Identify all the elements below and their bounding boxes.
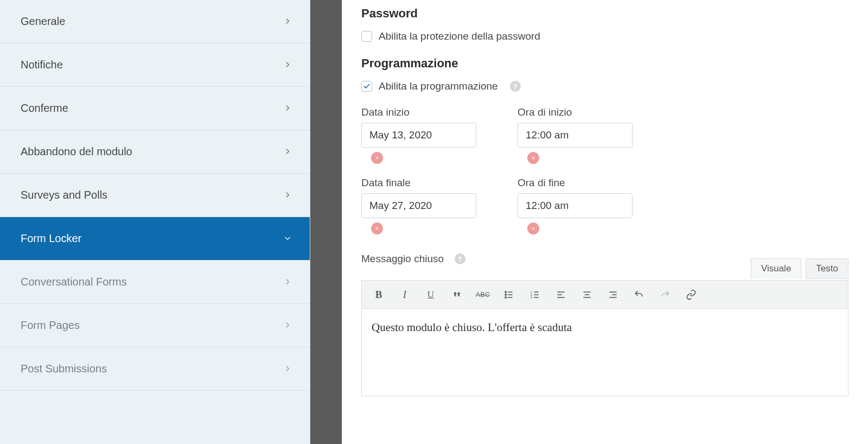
clear-start-time-button[interactable] xyxy=(527,152,539,164)
svg-text:3: 3 xyxy=(531,295,532,299)
chevron-right-icon xyxy=(284,15,291,28)
start-time-input[interactable] xyxy=(518,123,633,148)
sidebar-item-notifications[interactable]: Notifiche xyxy=(0,43,310,87)
chevron-right-icon xyxy=(284,319,291,332)
chevron-right-icon xyxy=(284,59,291,71)
sidebar-item-label: Abbandono del modulo xyxy=(21,145,132,158)
sidebar-item-label: Surveys and Polls xyxy=(21,189,107,201)
editor-tab-visual[interactable]: Visuale xyxy=(751,258,801,279)
enable-password-label: Abilita la protezione della password xyxy=(379,30,540,42)
clear-end-time-button[interactable] xyxy=(527,223,539,234)
editor-tab-text[interactable]: Testo xyxy=(806,258,848,279)
svg-point-0 xyxy=(505,291,507,293)
sidebar-item-label: Conferme xyxy=(21,102,68,115)
chevron-right-icon xyxy=(284,363,291,375)
sidebar-item-confirmations[interactable]: Conferme xyxy=(0,87,310,130)
end-time-label: Ora di fine xyxy=(518,177,674,189)
bold-button[interactable]: B xyxy=(372,288,386,302)
undo-button[interactable] xyxy=(632,288,646,302)
align-left-button[interactable] xyxy=(554,288,568,302)
enable-scheduling-row: Abilita la programmazione ? xyxy=(361,80,848,92)
sidebar-item-post-submissions[interactable]: Post Submissions xyxy=(0,347,310,391)
editor-toolbar: B I U ABC 123 xyxy=(362,281,848,309)
sidebar-gutter xyxy=(310,0,342,444)
help-icon[interactable]: ? xyxy=(510,81,521,92)
svg-point-2 xyxy=(505,296,507,298)
start-date-input[interactable] xyxy=(361,123,476,148)
sidebar-item-form-pages[interactable]: Form Pages xyxy=(0,304,310,347)
svg-point-1 xyxy=(505,294,507,295)
link-button[interactable] xyxy=(684,288,698,302)
sidebar-item-label: Notifiche xyxy=(21,59,63,71)
sidebar-item-label: Form Pages xyxy=(21,319,80,332)
sidebar-item-form-abandonment[interactable]: Abbandono del modulo xyxy=(0,130,310,174)
sidebar-item-label: Post Submissions xyxy=(21,363,107,375)
enable-scheduling-checkbox[interactable] xyxy=(361,81,372,92)
end-date-input[interactable] xyxy=(361,193,476,218)
sidebar-item-label: Form Locker xyxy=(21,232,81,245)
sidebar-item-label: Conversational Forms xyxy=(21,276,127,288)
end-time-input[interactable] xyxy=(518,193,633,218)
sidebar-item-surveys-polls[interactable]: Surveys and Polls xyxy=(0,174,310,217)
clear-end-date-button[interactable] xyxy=(371,223,383,234)
editor-wrap: Visuale Testo B I U ABC 123 xyxy=(361,280,848,396)
start-time-label: Ora di inizio xyxy=(518,106,674,118)
sidebar-item-general[interactable]: Generale xyxy=(0,0,310,43)
clear-start-date-button[interactable] xyxy=(371,152,383,164)
scheduling-heading: Programmazione xyxy=(361,56,848,71)
enable-password-checkbox[interactable] xyxy=(361,31,372,42)
underline-button[interactable]: U xyxy=(424,288,438,302)
numbered-list-button[interactable]: 123 xyxy=(528,288,542,302)
help-icon[interactable]: ? xyxy=(455,253,465,264)
wysiwyg-editor: B I U ABC 123 xyxy=(361,280,848,396)
chevron-right-icon xyxy=(284,102,291,115)
italic-button[interactable]: I xyxy=(398,288,412,302)
redo-button[interactable] xyxy=(658,288,672,302)
enable-scheduling-label: Abilita la programmazione xyxy=(379,80,498,92)
start-date-label: Data inizio xyxy=(361,106,518,118)
align-right-button[interactable] xyxy=(606,288,620,302)
chevron-right-icon xyxy=(284,145,291,158)
strikethrough-button[interactable]: ABC xyxy=(476,288,490,302)
end-date-label: Data finale xyxy=(361,177,518,189)
main-content: Password Abilita la protezione della pas… xyxy=(342,0,868,444)
sidebar-item-label: Generale xyxy=(21,15,65,28)
bulleted-list-button[interactable] xyxy=(502,288,516,302)
sidebar-item-conversational-forms[interactable]: Conversational Forms xyxy=(0,261,310,304)
sidebar-item-form-locker[interactable]: Form Locker xyxy=(0,217,310,261)
enable-password-row: Abilita la protezione della password xyxy=(361,30,848,42)
password-heading: Password xyxy=(361,7,848,21)
editor-content[interactable]: Questo modulo è chiuso. L'offerta è scad… xyxy=(362,309,848,396)
settings-sidebar: Generale Notifiche Conferme Abbandono de… xyxy=(0,0,310,444)
chevron-right-icon xyxy=(284,189,291,201)
blockquote-button[interactable] xyxy=(450,288,464,302)
editor-tabs: Visuale Testo xyxy=(751,258,848,279)
scheduling-fields: Data inizio Ora di inizio Data finale Or… xyxy=(361,106,848,244)
closed-message-label: Messaggio chiuso xyxy=(361,253,444,265)
align-center-button[interactable] xyxy=(580,288,594,302)
chevron-right-icon xyxy=(284,276,291,288)
chevron-down-icon xyxy=(284,232,291,245)
